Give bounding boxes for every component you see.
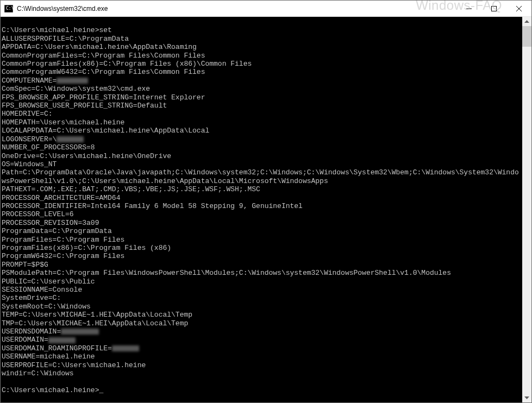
console-line: NUMBER_OF_PROCESSORS=8 <box>2 143 521 152</box>
console-line: TEMP=C:\Users\MICHAE~1.HEI\AppData\Local… <box>2 311 521 319</box>
window-controls <box>456 1 531 16</box>
window-title: C:\Windows\system32\cmd.exe <box>17 5 456 12</box>
console-line: USERDOMAIN_ROAMINGPROFILE=XXXXX <box>2 344 521 352</box>
console-blank-line <box>2 18 521 26</box>
maximize-button[interactable] <box>481 1 506 16</box>
titlebar[interactable]: C:\ C:\Windows\system32\cmd.exe <box>1 1 531 17</box>
console-line: FPS_BROWSER_APP_PROFILE_STRING=Internet … <box>2 93 521 102</box>
console-line: PROCESSOR_ARCHITECTURE=AMD64 <box>2 194 521 202</box>
console-output[interactable]: C:\Users\michael.heine>setALLUSERSPROFIL… <box>1 17 522 402</box>
console-line: PROCESSOR_REVISION=3a09 <box>2 219 521 227</box>
console-line: PATHEXT=.COM;.EXE;.BAT;.CMD;.VBS;.VBE;.J… <box>2 185 521 193</box>
console-line: ProgramW6432=C:\Program Files <box>2 252 521 260</box>
svg-text:C:\: C:\ <box>6 6 13 11</box>
console-line: LOGONSERVER=\XXXXX <box>2 135 521 143</box>
console-line: HOMEPATH=\Users\michael.heine <box>2 118 521 127</box>
console-line: PROCESSOR_IDENTIFIER=Intel64 Family 6 Mo… <box>2 202 521 210</box>
console-line: COMPUTERNAME=XXXXX <box>2 77 521 85</box>
console-line: USERDOMAIN=XXXXX <box>2 336 521 344</box>
console-line: ALLUSERSPROFILE=C:\ProgramData <box>2 35 521 43</box>
minimize-button[interactable] <box>456 1 481 16</box>
console-line: SystemRoot=C:\Windows <box>2 303 521 311</box>
vertical-scrollbar[interactable] <box>522 17 531 402</box>
console-line: C:\Users\michael.heine>set <box>2 26 521 34</box>
console-line: SystemDrive=C: <box>2 294 521 302</box>
console-line: OneDrive=C:\Users\michael.heine\OneDrive <box>2 152 521 160</box>
console-line: APPDATA=C:\Users\michael.heine\AppData\R… <box>2 43 521 51</box>
cmd-icon: C:\ <box>4 4 13 13</box>
console-line: CommonProgramFiles=C:\Program Files\Comm… <box>2 52 521 60</box>
cmd-window: C:\ C:\Windows\system32\cmd.exe C:\Users… <box>0 0 532 403</box>
console-line: windir=C:\Windows <box>2 369 521 377</box>
console-line: OS=Windows_NT <box>2 160 521 168</box>
console-line: USERPROFILE=C:\Users\michael.heine <box>2 361 521 369</box>
console-line: LOCALAPPDATA=C:\Users\michael.heine\AppD… <box>2 127 521 135</box>
console-line: SESSIONNAME=Console <box>2 286 521 294</box>
console-area: C:\Users\michael.heine>setALLUSERSPROFIL… <box>1 17 531 402</box>
scroll-down-button[interactable] <box>522 393 531 402</box>
console-line: USERNAME=michael.heine <box>2 352 521 361</box>
console-line: PSModulePath=C:\Program Files\WindowsPow… <box>2 269 521 277</box>
console-line: USERDNSDOMAIN=XXXXX <box>2 328 521 336</box>
console-line: ProgramData=C:\ProgramData <box>2 227 521 235</box>
console-line: ProgramFiles=C:\Program Files <box>2 236 521 244</box>
console-line: CommonProgramW6432=C:\Program Files\Comm… <box>2 68 521 76</box>
scroll-track[interactable] <box>522 26 531 393</box>
console-prompt: C:\Users\michael.heine> <box>2 386 521 394</box>
console-line: PUBLIC=C:\Users\Public <box>2 278 521 286</box>
console-line: CommonProgramFiles(x86)=C:\Program Files… <box>2 60 521 68</box>
console-blank-line <box>2 377 521 386</box>
svg-rect-3 <box>492 6 497 11</box>
console-line: ProgramFiles(x86)=C:\Program Files (x86) <box>2 244 521 252</box>
console-line: PROMPT=$P$G <box>2 261 521 269</box>
scroll-thumb[interactable] <box>522 26 531 47</box>
console-line: FPS_BROWSER_USER_PROFILE_STRING=Default <box>2 102 521 110</box>
console-line: Path=C:\ProgramData\Oracle\Java\javapath… <box>2 168 521 185</box>
scroll-up-button[interactable] <box>522 17 531 26</box>
svg-marker-7 <box>524 396 529 399</box>
console-line: ComSpec=C:\Windows\system32\cmd.exe <box>2 85 521 93</box>
console-line: PROCESSOR_LEVEL=6 <box>2 210 521 218</box>
console-line: TMP=C:\Users\MICHAE~1.HEI\AppData\Local\… <box>2 319 521 328</box>
close-button[interactable] <box>506 1 531 16</box>
console-line: HOMEDRIVE=C: <box>2 110 521 118</box>
svg-marker-6 <box>524 20 529 23</box>
